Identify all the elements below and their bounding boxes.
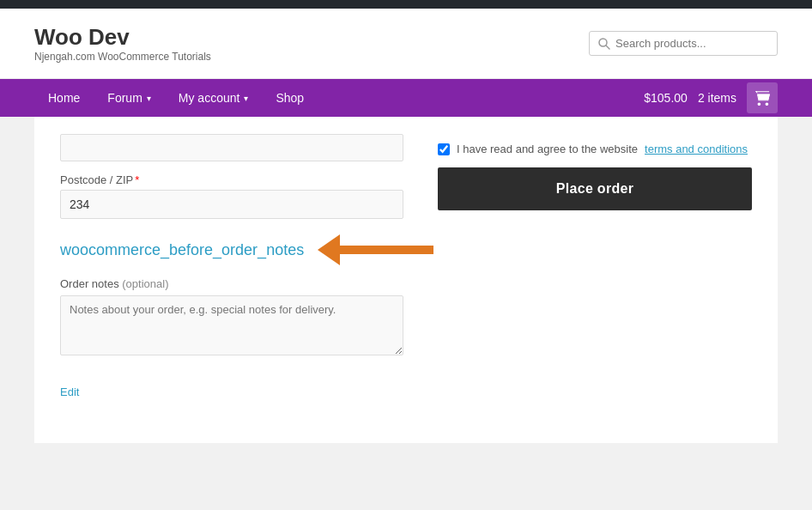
place-order-button[interactable]: Place order xyxy=(438,167,752,210)
arrow-head xyxy=(318,234,340,265)
edit-link[interactable]: Edit xyxy=(60,386,79,398)
cart-icon-button[interactable] xyxy=(747,82,778,113)
nav-item-home[interactable]: Home xyxy=(34,79,94,117)
terms-text: I have read and agree to the website xyxy=(457,143,638,155)
postcode-label: Postcode / ZIP* xyxy=(60,173,403,186)
cart-price: $105.00 xyxy=(644,91,688,105)
forum-dropdown-icon: ▾ xyxy=(147,94,151,103)
site-title: Woo Dev xyxy=(34,24,211,51)
order-notes-optional: (optional) xyxy=(122,277,168,290)
cart-item-count: 2 items xyxy=(698,91,736,105)
nav-item-forum[interactable]: Forum ▾ xyxy=(94,79,164,117)
postcode-input[interactable] xyxy=(60,190,403,219)
main-content: Postcode / ZIP* woocommerce_before_order… xyxy=(34,117,778,443)
hook-label: woocommerce_before_order_notes xyxy=(60,241,304,259)
svg-line-1 xyxy=(606,46,609,49)
arrow-annotation xyxy=(318,234,433,265)
site-nav: Home Forum ▾ My account ▾ Shop $105.00 2… xyxy=(0,79,812,117)
terms-checkbox[interactable] xyxy=(438,143,450,155)
search-input[interactable] xyxy=(615,37,768,50)
terms-link[interactable]: terms and conditions xyxy=(645,143,748,155)
site-header: Woo Dev Njengah.com WooCommerce Tutorial… xyxy=(0,9,812,79)
order-notes-group: Order notes (optional) xyxy=(60,277,403,358)
right-section: I have read and agree to the website ter… xyxy=(438,134,752,398)
content-layout: Postcode / ZIP* woocommerce_before_order… xyxy=(60,134,752,398)
admin-bar xyxy=(0,0,812,9)
order-notes-textarea[interactable] xyxy=(60,295,403,355)
search-box[interactable] xyxy=(589,31,778,56)
site-tagline: Njengah.com WooCommerce Tutorials xyxy=(34,51,211,63)
arrow-body xyxy=(339,246,433,254)
faded-field-top xyxy=(60,134,403,161)
form-section: Postcode / ZIP* woocommerce_before_order… xyxy=(60,134,403,398)
order-notes-label: Order notes (optional) xyxy=(60,277,403,290)
nav-item-myaccount[interactable]: My account ▾ xyxy=(165,79,263,117)
postcode-required: * xyxy=(135,173,139,186)
nav-item-shop[interactable]: Shop xyxy=(262,79,318,117)
terms-row: I have read and agree to the website ter… xyxy=(438,143,752,155)
nav-links: Home Forum ▾ My account ▾ Shop xyxy=(34,79,318,117)
postcode-field-group: Postcode / ZIP* xyxy=(60,173,403,219)
cart-area: $105.00 2 items xyxy=(644,82,778,113)
myaccount-dropdown-icon: ▾ xyxy=(244,94,248,103)
hook-label-row: woocommerce_before_order_notes xyxy=(60,234,403,265)
cart-icon xyxy=(754,90,770,106)
site-branding: Woo Dev Njengah.com WooCommerce Tutorial… xyxy=(34,24,211,63)
search-icon xyxy=(598,38,610,50)
